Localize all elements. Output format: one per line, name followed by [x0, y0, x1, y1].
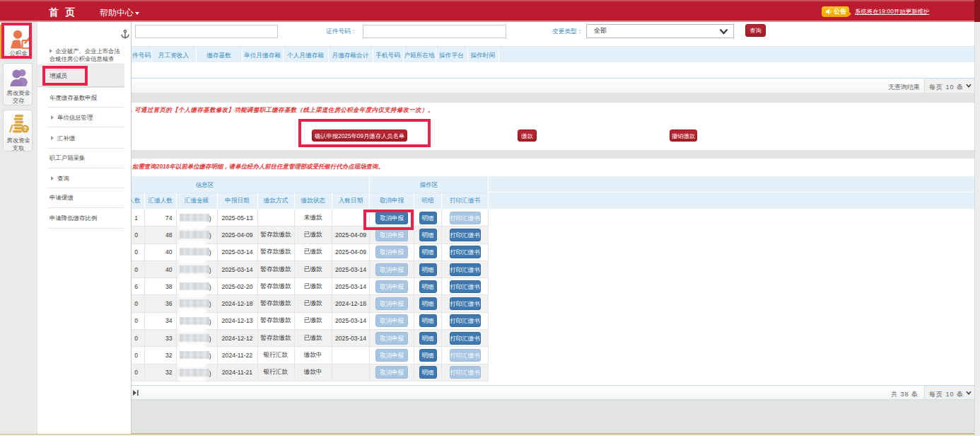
svg-text:?: ? — [23, 125, 28, 132]
